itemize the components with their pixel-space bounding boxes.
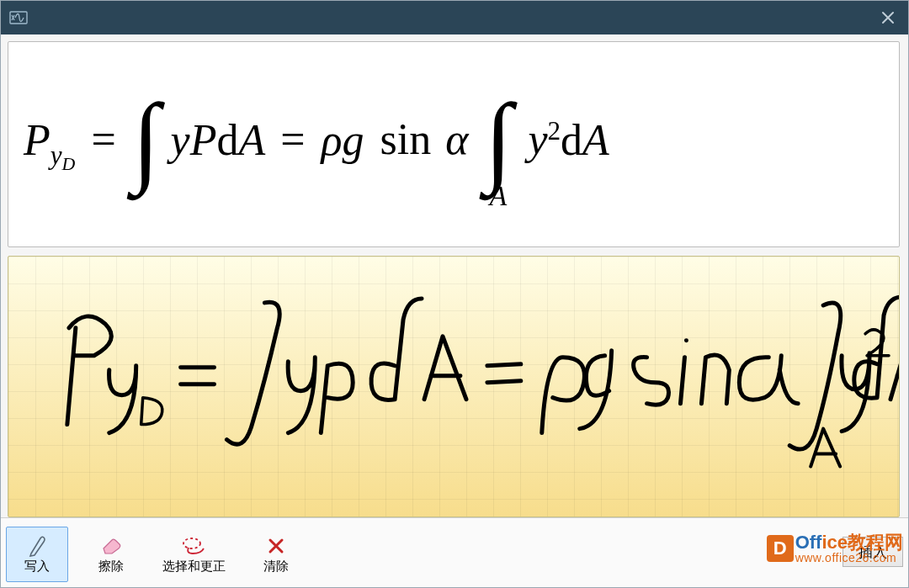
sym-yP: yP	[171, 115, 217, 163]
svg-point-1	[183, 538, 200, 548]
select-correct-tool[interactable]: 选择和更正	[154, 527, 233, 582]
erase-label: 擦除	[98, 559, 124, 575]
sym-A: A	[582, 115, 609, 163]
formula-preview: PyD = ∫ yPdA = ρg sin α ∫ A y2dA	[8, 41, 900, 247]
math-input-window: PyD = ∫ yPdA = ρg sin α ∫ A y2dA	[0, 0, 909, 588]
sym-sin: sin	[375, 115, 432, 163]
site-badge: D Office教程网 www.office26.com	[767, 533, 903, 564]
sym-g: g	[343, 115, 364, 163]
clear-label: 清除	[263, 559, 289, 575]
sym-P: P	[24, 115, 50, 163]
sym-rho: ρ	[322, 115, 343, 163]
erase-tool[interactable]: 擦除	[80, 527, 142, 582]
write-tool[interactable]: 写入	[6, 527, 68, 582]
sym-D: D	[62, 154, 76, 174]
content-area: PyD = ∫ yPdA = ρg sin α ∫ A y2dA	[1, 34, 908, 587]
badge-url: www.office26.com	[795, 552, 903, 564]
handwriting-canvas[interactable]	[8, 256, 900, 517]
sym-d: d	[561, 115, 582, 163]
sym-A: A	[238, 115, 264, 163]
clear-icon	[268, 535, 284, 557]
integral-icon: ∫	[485, 87, 513, 193]
select-correct-label: 选择和更正	[162, 559, 226, 575]
lasso-icon	[181, 535, 206, 557]
sym-alpha: α	[442, 115, 468, 163]
titlebar	[1, 1, 908, 34]
integral-icon: ∫	[132, 87, 160, 193]
write-label: 写入	[24, 559, 50, 575]
close-icon[interactable]	[876, 6, 900, 29]
badge-logo: D	[767, 535, 794, 562]
sym-d: d	[216, 115, 238, 163]
sym-y: y	[50, 140, 62, 170]
sym-sq: 2	[548, 115, 561, 145]
sym-eq: =	[86, 115, 120, 163]
badge-brand-a: Off	[795, 532, 822, 553]
badge-brand-b: ice教程网	[821, 532, 903, 553]
clear-tool[interactable]: 清除	[245, 527, 307, 582]
eraser-icon	[100, 535, 122, 557]
pen-icon	[28, 535, 46, 557]
integral-bound-A: A	[490, 181, 508, 211]
sym-eq: =	[275, 115, 310, 163]
app-icon	[9, 8, 28, 27]
rendered-formula: PyD = ∫ yPdA = ρg sin α ∫ A y2dA	[24, 92, 609, 198]
sym-y: y	[523, 115, 547, 163]
